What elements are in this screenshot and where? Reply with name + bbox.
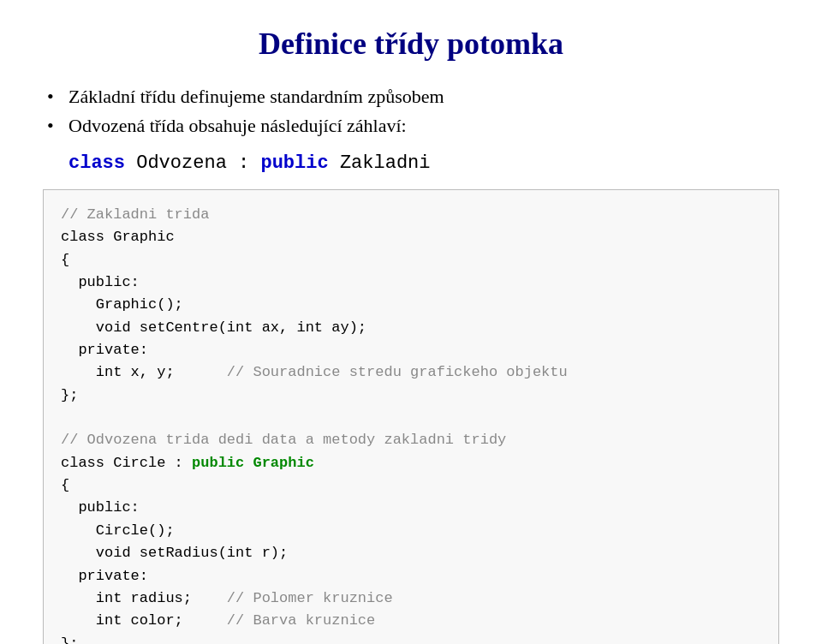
code-line-brace-close: }; [61,385,761,407]
code-line-circle-constructor: Circle(); [61,520,761,542]
code-line-constructor: Graphic(); [61,294,761,316]
code-box: // Zakladni trida class Graphic { public… [43,189,779,644]
zakladni-name: Zakladni [340,152,431,174]
bullet-list: Základní třídu definujeme standardním zp… [43,86,779,137]
code-line-setcentre: void setCentre(int ax, int ay); [61,317,761,339]
code-line-class-graphic: class Graphic [61,226,761,248]
keyword-public: public [260,152,328,174]
slide-title: Definice třídy potomka [43,26,779,62]
code-line-empty [61,407,761,429]
bullet-item-2: Odvozená třída obsahuje následující záhl… [43,115,779,137]
code-line-public2: public: [61,497,761,519]
code-line-xy: int x, y; // Souradnice stredu grafickeh… [61,361,761,384]
code-line-setradius: void setRadius(int r); [61,542,761,564]
code-line-radius: int radius; // Polomer kruznice [61,587,761,610]
code-line-comment2: // Odvozena trida dedi data a metody zak… [61,429,761,451]
code-line-brace-open2: { [61,474,761,497]
bullet-item-1: Základní třídu definujeme standardním zp… [43,86,779,108]
class-header-line: class Odvozena : public Zakladni [43,152,779,174]
code-line-private2: private: [61,565,761,587]
code-line-class-circle: class Circle : public Graphic [61,452,761,474]
code-line-brace-close2: }; [61,633,761,644]
colon: : [238,152,260,174]
code-line-color: int color; // Barva kruznice [61,610,761,632]
code-line-brace-open: { [61,249,761,271]
slide-container: Definice třídy potomka Základní třídu de… [0,0,822,644]
code-line-private: private: [61,339,761,361]
code-line-public: public: [61,271,761,294]
code-line-comment1: // Zakladni trida [61,204,761,226]
keyword-class: class [68,152,125,174]
odvozena-name: Odvozena [136,152,238,174]
